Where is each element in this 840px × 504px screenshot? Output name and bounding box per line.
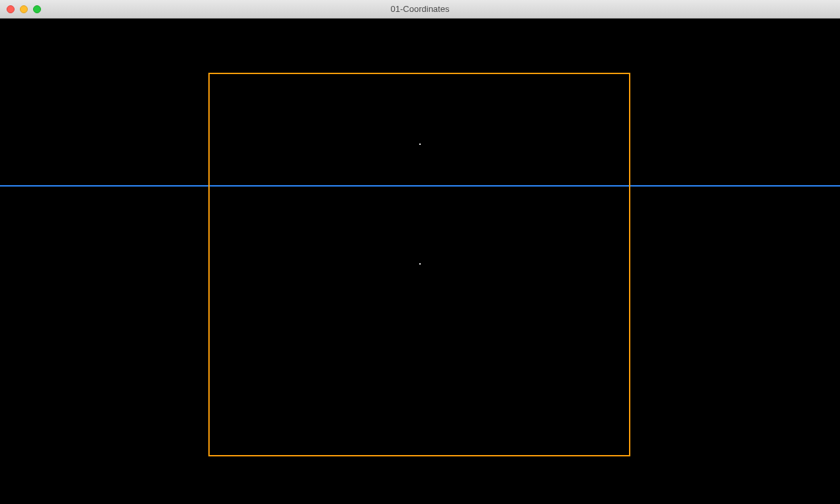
titlebar[interactable]: 01-Coordinates: [0, 0, 840, 19]
minimize-icon[interactable]: [20, 5, 28, 13]
canvas-area[interactable]: [0, 19, 840, 504]
point-dot: [419, 144, 421, 145]
window-title: 01-Coordinates: [0, 4, 840, 14]
maximize-icon[interactable]: [33, 5, 41, 13]
traffic-lights: [0, 5, 41, 13]
close-icon[interactable]: [7, 5, 15, 13]
point-dot: [419, 263, 421, 265]
rectangle-outline: [208, 73, 630, 456]
app-window: 01-Coordinates: [0, 0, 840, 504]
